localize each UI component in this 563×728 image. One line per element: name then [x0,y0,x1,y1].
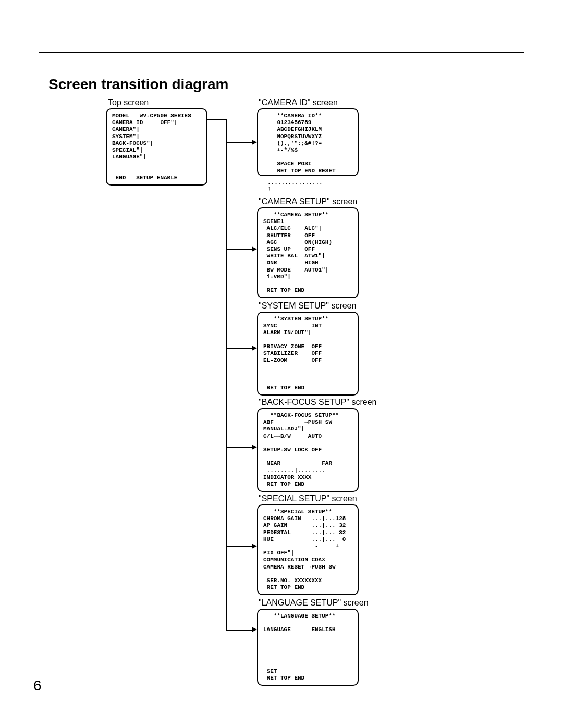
arrow-special [252,544,257,549]
label-system-setup: "SYSTEM SETUP" screen [259,301,356,311]
panel-language-content: **LANGUAGE SETUP** LANGUAGE ENGLISH SET … [263,613,352,682]
page-title: Screen transition diagram [48,76,228,93]
label-camera-id: "CAMERA ID" screen [259,98,338,107]
label-special: "SPECIAL SETUP" screen [259,494,357,503]
panel-system-setup-content: **SYSTEM SETUP** SYNC INT ALARM IN/OUT"|… [263,316,352,391]
panel-camera-setup: **CAMERA SETUP** SCENE1 ALC/ELC ALC"| SH… [257,207,359,298]
label-top-screen: Top screen [108,98,149,107]
label-back-focus: "BACK-FOCUS SETUP" screen [259,398,377,407]
arrow-camera-id [252,140,257,145]
arrow-language [252,627,257,632]
label-camera-setup: "CAMERA SETUP" screen [259,197,357,206]
panel-back-focus: **BACK-FOCUS SETUP** ABF →PUSH SW MANUAL… [257,408,359,492]
stub-top-right [207,119,227,120]
arrow-camera-setup [252,246,257,252]
panel-back-focus-content: **BACK-FOCUS SETUP** ABF →PUSH SW MANUAL… [263,412,352,488]
panel-camera-id-content: **CAMERA ID** 0123456789 ABCDEFGHIJKLM N… [263,113,352,175]
branch-language [226,630,252,631]
page-number: 6 [33,677,42,694]
arrow-system-setup [252,346,257,351]
panel-system-setup: **SYSTEM SETUP** SYNC INT ALARM IN/OUT"|… [257,312,359,396]
branch-special [226,546,252,547]
panel-special: **SPECIAL SETUP** CHROMA GAIN ...|...128… [257,504,359,595]
divider [39,52,524,53]
panel-top-content: MODEL WV-CP500 SERIES CAMERA ID OFF"| CA… [112,113,201,181]
branch-camera-setup [226,249,252,250]
label-language: "LANGUAGE SETUP" screen [259,598,369,608]
transition-diagram: Top screen MODEL WV-CP500 SERIES CAMERA … [106,98,471,671]
bus-vertical [226,119,227,630]
branch-back-focus [226,447,252,448]
panel-camera-id: **CAMERA ID** 0123456789 ABCDEFGHIJKLM N… [257,108,359,176]
branch-camera-id [226,142,252,143]
panel-special-content: **SPECIAL SETUP** CHROMA GAIN ...|...128… [263,509,352,591]
camera-id-subline: ................ ↑ [267,179,323,192]
panel-language: **LANGUAGE SETUP** LANGUAGE ENGLISH SET … [257,609,359,686]
branch-system-setup [226,348,252,349]
arrow-back-focus [252,445,257,450]
panel-top-screen: MODEL WV-CP500 SERIES CAMERA ID OFF"| CA… [106,108,207,186]
panel-camera-setup-content: **CAMERA SETUP** SCENE1 ALC/ELC ALC"| SH… [263,212,352,294]
